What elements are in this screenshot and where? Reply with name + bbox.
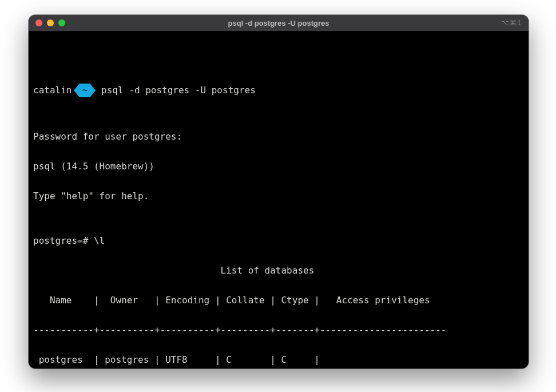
prompt-user: catalin [33,82,74,98]
chevron-left-icon [74,84,80,97]
close-icon[interactable] [35,19,42,26]
table-divider: -----------+----------+----------+------… [33,323,524,338]
shell-prompt-line: catalin ~ psql -d postgres -U postgres [33,82,524,98]
title-bar: psql -d postgres -U postgres ⌥⌘1 [29,15,529,31]
output-password-line: Password for user postgres: [33,129,524,144]
psql-command-line: postgres=# \l [33,233,524,248]
window-title: psql -d postgres -U postgres [29,19,529,27]
chevron-right-icon [90,84,96,97]
shell-command: psql -d postgres -U postgres [96,82,256,98]
output-version-line: psql (14.5 (Homebrew)) [33,159,524,174]
minimize-icon[interactable] [47,19,54,26]
terminal-window: psql -d postgres -U postgres ⌥⌘1 catalin… [29,15,529,369]
output-help-line: Type "help" for help. [33,189,524,204]
traffic-lights [35,19,65,26]
prompt-dir-symbol: ~ [80,84,90,97]
prompt-dir-badge: ~ [74,84,96,97]
table-header: Name | Owner | Encoding | Collate | Ctyp… [33,293,524,308]
table-title: List of databases [33,263,524,278]
terminal-body[interactable]: catalin ~ psql -d postgres -U postgres P… [29,31,529,369]
zoom-icon[interactable] [58,19,65,26]
table-row: postgres | postgres | UTF8 | C | C | [33,353,524,367]
window-shortcut: ⌥⌘1 [501,19,522,27]
